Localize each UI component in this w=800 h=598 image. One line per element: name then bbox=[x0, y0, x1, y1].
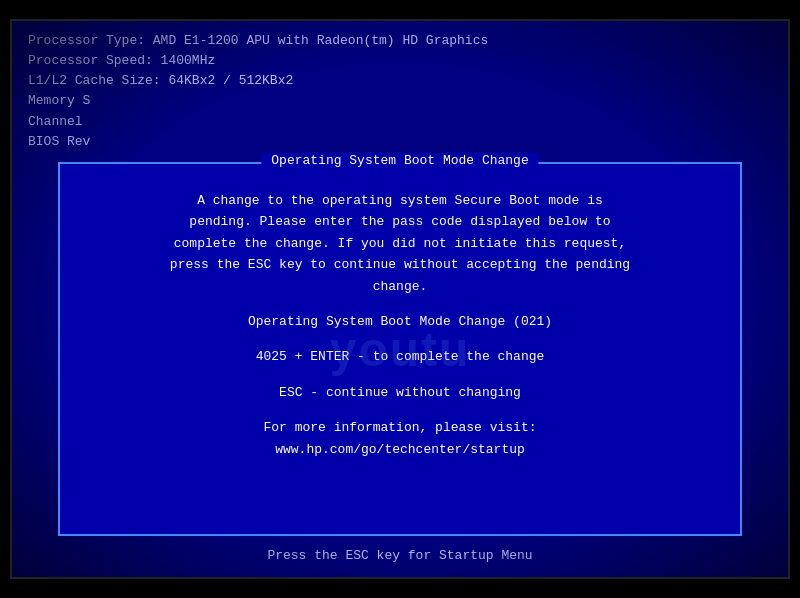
memory-line: Memory S bbox=[28, 91, 772, 111]
dialog-main-text: A change to the operating system Secure … bbox=[170, 190, 630, 297]
channel-line: Channel bbox=[28, 112, 772, 132]
dialog-info-label: For more information, please visit: bbox=[170, 417, 630, 438]
bios-info: Processor Type: AMD E1-1200 APU with Rad… bbox=[28, 31, 772, 152]
bios-rev-line: BIOS Rev bbox=[28, 132, 772, 152]
dialog-code-label: Operating System Boot Mode Change (021) bbox=[170, 311, 630, 332]
dialog-enter-instruction: 4025 + ENTER - to complete the change bbox=[170, 346, 630, 367]
dialog-info-url: www.hp.com/go/techcenter/startup bbox=[170, 439, 630, 460]
dialog-title: Operating System Boot Mode Change bbox=[261, 153, 538, 168]
dialog-box: Operating System Boot Mode Change youtu … bbox=[58, 162, 742, 536]
dialog-esc-instruction: ESC - continue without changing bbox=[170, 382, 630, 403]
dialog-body: A change to the operating system Secure … bbox=[170, 190, 630, 460]
footer-text: Press the ESC key for Startup Menu bbox=[28, 540, 772, 567]
processor-type-line: Processor Type: AMD E1-1200 APU with Rad… bbox=[28, 31, 772, 51]
processor-speed-line: Processor Speed: 1400MHz bbox=[28, 51, 772, 71]
bios-screen: Processor Type: AMD E1-1200 APU with Rad… bbox=[10, 19, 790, 579]
cache-size-line: L1/L2 Cache Size: 64KBx2 / 512KBx2 bbox=[28, 71, 772, 91]
